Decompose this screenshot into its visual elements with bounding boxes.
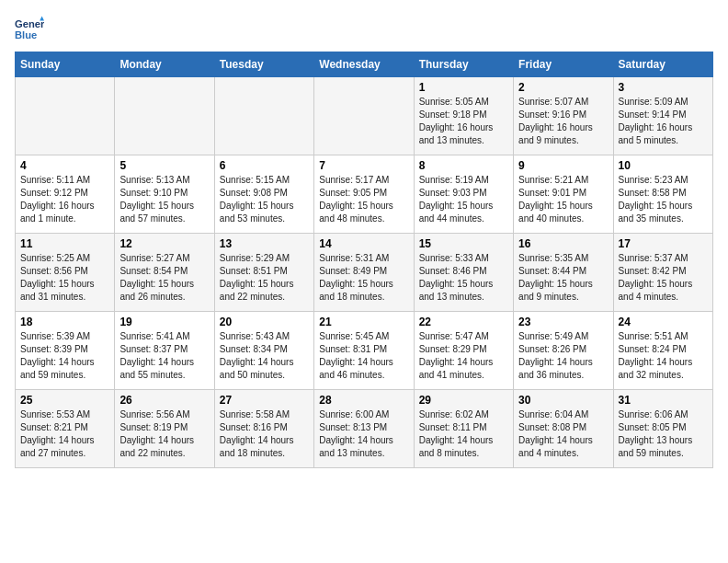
page-header: General Blue <box>15 15 713 44</box>
day-number: 28 <box>319 394 408 407</box>
calendar-cell: 30Sunrise: 6:04 AMSunset: 8:08 PMDayligh… <box>514 390 613 468</box>
day-info: Sunrise: 5:11 AMSunset: 9:12 PMDaylight:… <box>20 174 109 225</box>
day-number: 18 <box>20 316 109 328</box>
calendar-week-5: 25Sunrise: 5:53 AMSunset: 8:21 PMDayligh… <box>16 390 713 468</box>
weekday-header-row: SundayMondayTuesdayWednesdayThursdayFrid… <box>16 52 713 77</box>
day-info: Sunrise: 5:58 AMSunset: 8:16 PMDaylight:… <box>220 408 309 460</box>
day-number: 7 <box>319 159 408 172</box>
day-number: 9 <box>518 159 608 172</box>
day-number: 16 <box>518 237 608 250</box>
calendar-cell: 26Sunrise: 5:56 AMSunset: 8:19 PMDayligh… <box>115 390 214 468</box>
calendar-cell <box>115 77 214 155</box>
day-number: 17 <box>619 237 708 250</box>
calendar-week-1: 1Sunrise: 5:05 AMSunset: 9:18 PMDaylight… <box>16 77 713 155</box>
calendar-cell: 24Sunrise: 5:51 AMSunset: 8:24 PMDayligh… <box>613 312 712 390</box>
day-info: Sunrise: 5:47 AMSunset: 8:29 PMDaylight:… <box>419 330 508 382</box>
calendar-cell <box>214 77 313 155</box>
day-info: Sunrise: 5:19 AMSunset: 9:03 PMDaylight:… <box>419 174 508 225</box>
calendar-body: 1Sunrise: 5:05 AMSunset: 9:18 PMDaylight… <box>16 77 713 468</box>
calendar-cell: 9Sunrise: 5:21 AMSunset: 9:01 PMDaylight… <box>514 155 613 234</box>
day-info: Sunrise: 6:06 AMSunset: 8:05 PMDaylight:… <box>619 408 708 460</box>
day-number: 10 <box>619 159 708 172</box>
calendar-cell: 13Sunrise: 5:29 AMSunset: 8:51 PMDayligh… <box>214 234 313 312</box>
svg-text:General: General <box>15 18 44 29</box>
calendar-cell: 14Sunrise: 5:31 AMSunset: 8:49 PMDayligh… <box>314 234 414 312</box>
logo: General Blue <box>15 15 48 44</box>
day-number: 22 <box>419 316 508 328</box>
day-info: Sunrise: 5:45 AMSunset: 8:31 PMDaylight:… <box>319 330 408 382</box>
calendar-cell: 4Sunrise: 5:11 AMSunset: 9:12 PMDaylight… <box>16 155 115 234</box>
weekday-saturday: Saturday <box>613 52 712 77</box>
day-info: Sunrise: 5:43 AMSunset: 8:34 PMDaylight:… <box>220 330 309 382</box>
day-info: Sunrise: 5:31 AMSunset: 8:49 PMDaylight:… <box>319 252 408 304</box>
calendar-cell: 19Sunrise: 5:41 AMSunset: 8:37 PMDayligh… <box>115 312 214 390</box>
day-number: 23 <box>518 316 608 328</box>
calendar-week-2: 4Sunrise: 5:11 AMSunset: 9:12 PMDaylight… <box>16 155 713 234</box>
calendar-cell: 12Sunrise: 5:27 AMSunset: 8:54 PMDayligh… <box>115 234 214 312</box>
day-info: Sunrise: 5:07 AMSunset: 9:16 PMDaylight:… <box>518 96 608 147</box>
day-number: 25 <box>20 394 109 407</box>
calendar-cell: 18Sunrise: 5:39 AMSunset: 8:39 PMDayligh… <box>16 312 115 390</box>
calendar-cell: 29Sunrise: 6:02 AMSunset: 8:11 PMDayligh… <box>414 390 513 468</box>
calendar-cell: 16Sunrise: 5:35 AMSunset: 8:44 PMDayligh… <box>514 234 613 312</box>
day-info: Sunrise: 5:35 AMSunset: 8:44 PMDaylight:… <box>518 252 608 304</box>
svg-text:Blue: Blue <box>15 29 37 40</box>
weekday-wednesday: Wednesday <box>314 52 414 77</box>
calendar-table: SundayMondayTuesdayWednesdayThursdayFrid… <box>15 52 713 468</box>
day-info: Sunrise: 5:33 AMSunset: 8:46 PMDaylight:… <box>419 252 508 304</box>
day-number: 31 <box>619 394 708 407</box>
day-number: 30 <box>518 394 608 407</box>
day-number: 4 <box>20 159 109 172</box>
day-number: 20 <box>220 316 309 328</box>
calendar-cell: 5Sunrise: 5:13 AMSunset: 9:10 PMDaylight… <box>115 155 214 234</box>
calendar-cell: 1Sunrise: 5:05 AMSunset: 9:18 PMDaylight… <box>414 77 513 155</box>
day-info: Sunrise: 5:17 AMSunset: 9:05 PMDaylight:… <box>319 174 408 225</box>
day-info: Sunrise: 5:05 AMSunset: 9:18 PMDaylight:… <box>419 96 508 147</box>
day-number: 15 <box>419 237 508 250</box>
calendar-cell: 23Sunrise: 5:49 AMSunset: 8:26 PMDayligh… <box>514 312 613 390</box>
calendar-cell <box>314 77 414 155</box>
day-info: Sunrise: 5:49 AMSunset: 8:26 PMDaylight:… <box>518 330 608 382</box>
day-number: 26 <box>119 394 209 407</box>
day-number: 19 <box>119 316 209 328</box>
calendar-cell: 25Sunrise: 5:53 AMSunset: 8:21 PMDayligh… <box>16 390 115 468</box>
day-info: Sunrise: 5:51 AMSunset: 8:24 PMDaylight:… <box>619 330 708 382</box>
calendar-cell: 2Sunrise: 5:07 AMSunset: 9:16 PMDaylight… <box>514 77 613 155</box>
day-info: Sunrise: 6:02 AMSunset: 8:11 PMDaylight:… <box>419 408 508 460</box>
calendar-cell: 17Sunrise: 5:37 AMSunset: 8:42 PMDayligh… <box>613 234 712 312</box>
day-info: Sunrise: 6:00 AMSunset: 8:13 PMDaylight:… <box>319 408 408 460</box>
day-number: 5 <box>119 159 209 172</box>
calendar-cell: 7Sunrise: 5:17 AMSunset: 9:05 PMDaylight… <box>314 155 414 234</box>
weekday-monday: Monday <box>115 52 214 77</box>
calendar-cell: 10Sunrise: 5:23 AMSunset: 8:58 PMDayligh… <box>613 155 712 234</box>
day-info: Sunrise: 5:53 AMSunset: 8:21 PMDaylight:… <box>20 408 109 460</box>
day-info: Sunrise: 5:25 AMSunset: 8:56 PMDaylight:… <box>20 252 109 304</box>
day-number: 13 <box>220 237 309 250</box>
day-number: 29 <box>419 394 508 407</box>
calendar-cell: 8Sunrise: 5:19 AMSunset: 9:03 PMDaylight… <box>414 155 513 234</box>
calendar-cell: 28Sunrise: 6:00 AMSunset: 8:13 PMDayligh… <box>314 390 414 468</box>
day-info: Sunrise: 5:09 AMSunset: 9:14 PMDaylight:… <box>619 96 708 147</box>
calendar-cell: 3Sunrise: 5:09 AMSunset: 9:14 PMDaylight… <box>613 77 712 155</box>
calendar-cell <box>16 77 115 155</box>
weekday-thursday: Thursday <box>414 52 513 77</box>
day-number: 21 <box>319 316 408 328</box>
day-number: 24 <box>619 316 708 328</box>
calendar-cell: 21Sunrise: 5:45 AMSunset: 8:31 PMDayligh… <box>314 312 414 390</box>
calendar-week-4: 18Sunrise: 5:39 AMSunset: 8:39 PMDayligh… <box>16 312 713 390</box>
day-info: Sunrise: 5:56 AMSunset: 8:19 PMDaylight:… <box>119 408 209 460</box>
day-number: 27 <box>220 394 309 407</box>
day-info: Sunrise: 5:41 AMSunset: 8:37 PMDaylight:… <box>119 330 209 382</box>
day-info: Sunrise: 6:04 AMSunset: 8:08 PMDaylight:… <box>518 408 608 460</box>
day-info: Sunrise: 5:21 AMSunset: 9:01 PMDaylight:… <box>518 174 608 225</box>
weekday-sunday: Sunday <box>16 52 115 77</box>
day-number: 11 <box>20 237 109 250</box>
calendar-cell: 20Sunrise: 5:43 AMSunset: 8:34 PMDayligh… <box>214 312 313 390</box>
calendar-cell: 22Sunrise: 5:47 AMSunset: 8:29 PMDayligh… <box>414 312 513 390</box>
calendar-cell: 11Sunrise: 5:25 AMSunset: 8:56 PMDayligh… <box>16 234 115 312</box>
day-info: Sunrise: 5:15 AMSunset: 9:08 PMDaylight:… <box>220 174 309 225</box>
day-info: Sunrise: 5:29 AMSunset: 8:51 PMDaylight:… <box>220 252 309 304</box>
day-info: Sunrise: 5:23 AMSunset: 8:58 PMDaylight:… <box>619 174 708 225</box>
day-number: 3 <box>619 81 708 94</box>
day-number: 1 <box>419 81 508 94</box>
